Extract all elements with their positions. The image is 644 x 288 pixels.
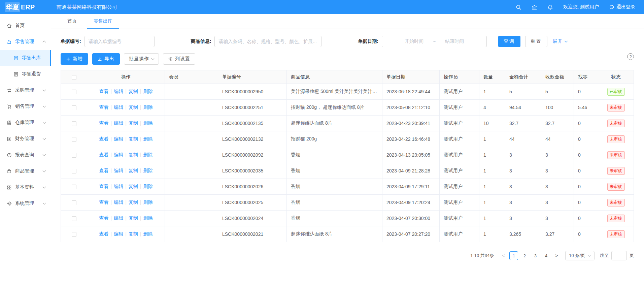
row-checkbox[interactable] (72, 216, 76, 221)
add-button[interactable]: 新增 (61, 53, 88, 65)
action-copy-link[interactable]: 复制 (129, 199, 138, 205)
action-edit-link[interactable]: 编辑 (114, 215, 123, 221)
column-settings-button[interactable]: 列设置 (163, 53, 195, 65)
action-copy-link[interactable]: 复制 (129, 136, 138, 141)
date-range-picker[interactable]: 开始时间 ~ 结束时间 (382, 36, 487, 47)
action-delete-link[interactable]: 删除 (143, 104, 152, 110)
next-page-button[interactable]: > (552, 251, 561, 260)
action-edit-link[interactable]: 编辑 (114, 231, 123, 236)
sidebar-item-purchase[interactable]: 采购管理 (0, 82, 51, 98)
row-checkbox[interactable] (72, 137, 76, 142)
batch-actions-button[interactable]: 批量操作 (124, 53, 159, 65)
action-view-link[interactable]: 查看 (99, 231, 109, 236)
action-edit-link[interactable]: 编辑 (114, 199, 123, 205)
change-cell: 0 (574, 116, 598, 131)
search-icon[interactable] (516, 4, 521, 10)
product-input[interactable] (214, 36, 321, 47)
sidebar-item-basedata[interactable]: 基本资料 (0, 179, 51, 195)
action-edit-link[interactable]: 编辑 (114, 89, 123, 94)
row-checkbox[interactable] (72, 200, 76, 205)
action-copy-link[interactable]: 复制 (129, 184, 138, 189)
page-number-4[interactable]: 4 (542, 251, 550, 260)
sidebar-item-retail[interactable]: 零售管理 (0, 34, 51, 50)
received-amount-cell: 3 (541, 163, 574, 179)
row-checkbox[interactable] (72, 121, 76, 126)
action-copy-link[interactable]: 复制 (129, 104, 138, 110)
action-copy-link[interactable]: 复制 (129, 231, 138, 236)
reset-button[interactable]: 重置 (525, 36, 547, 47)
action-view-link[interactable]: 查看 (99, 215, 109, 221)
row-checkbox[interactable] (72, 90, 76, 94)
action-edit-link[interactable]: 编辑 (114, 136, 123, 141)
row-actions-cell: 查看|编辑|复制|删除 (87, 226, 165, 242)
action-copy-link[interactable]: 复制 (129, 152, 138, 157)
row-checkbox[interactable] (72, 232, 76, 237)
action-delete-link[interactable]: 删除 (143, 89, 152, 94)
row-checkbox[interactable] (72, 185, 76, 189)
action-separator: | (140, 231, 141, 236)
sidebar-item-retail-out[interactable]: 零售出库 (0, 50, 51, 66)
row-select-cell (61, 226, 87, 242)
action-view-link[interactable]: 查看 (99, 152, 109, 157)
action-copy-link[interactable]: 复制 (129, 215, 138, 221)
help-icon[interactable]: ? (627, 53, 634, 60)
action-view-link[interactable]: 查看 (99, 184, 109, 189)
action-delete-link[interactable]: 删除 (143, 120, 152, 126)
action-delete-link[interactable]: 删除 (143, 152, 152, 157)
row-actions-cell: 查看|编辑|复制|删除 (87, 211, 165, 226)
sidebar-item-finance[interactable]: 财务管理 (0, 131, 51, 147)
action-view-link[interactable]: 查看 (99, 168, 109, 173)
sidebar-item-sales[interactable]: 销售管理 (0, 98, 51, 115)
select-all-checkbox[interactable] (72, 75, 76, 80)
page-size-select[interactable]: 10 条/页 (565, 251, 595, 260)
action-delete-link[interactable]: 删除 (143, 199, 152, 205)
sidebar-item-goods[interactable]: 商品管理 (0, 163, 51, 179)
tab-home[interactable]: 首页 (61, 14, 83, 29)
action-copy-link[interactable]: 复制 (129, 120, 138, 126)
search-button[interactable]: 查询 (498, 36, 520, 47)
prev-page-button[interactable]: < (499, 251, 507, 260)
page-number-3[interactable]: 3 (531, 251, 540, 260)
action-separator: | (111, 104, 112, 110)
action-delete-link[interactable]: 删除 (143, 168, 152, 173)
action-view-link[interactable]: 查看 (99, 89, 109, 94)
bill-no-input[interactable] (84, 36, 155, 47)
sidebar-item-system[interactable]: 系统管理 (0, 195, 51, 212)
action-edit-link[interactable]: 编辑 (114, 184, 123, 189)
action-view-link[interactable]: 查看 (99, 104, 109, 110)
sidebar-item-retail-return[interactable]: 零售退货 (0, 66, 51, 82)
page-number-2[interactable]: 2 (520, 251, 529, 260)
action-view-link[interactable]: 查看 (99, 136, 109, 141)
action-copy-link[interactable]: 复制 (129, 168, 138, 173)
action-delete-link[interactable]: 删除 (143, 215, 152, 221)
export-button[interactable]: 导出 (92, 53, 120, 65)
action-delete-link[interactable]: 删除 (143, 231, 152, 236)
action-delete-link[interactable]: 删除 (143, 184, 152, 189)
bank-icon[interactable] (532, 4, 537, 10)
row-checkbox[interactable] (72, 169, 76, 173)
jump-page-input[interactable] (611, 251, 627, 260)
status-badge: 未审核 (607, 215, 625, 222)
bell-icon[interactable] (547, 4, 553, 10)
action-view-link[interactable]: 查看 (99, 199, 109, 205)
sidebar-item-home[interactable]: 首页 (0, 18, 51, 34)
quantity-cell: 1 (479, 179, 505, 195)
row-checkbox[interactable] (72, 105, 76, 110)
sidebar-item-report[interactable]: 报表查询 (0, 147, 51, 163)
page-number-1[interactable]: 1 (509, 251, 518, 260)
row-select-cell (61, 84, 87, 100)
row-checkbox[interactable] (72, 153, 76, 158)
action-delete-link[interactable]: 删除 (143, 136, 152, 141)
sidebar-item-warehouse[interactable]: 仓库管理 (0, 115, 51, 131)
table-row: 查看|编辑|复制|删除LSCK00000002024香烟2023-04-07 2… (61, 211, 634, 226)
action-edit-link[interactable]: 编辑 (114, 152, 123, 157)
action-edit-link[interactable]: 编辑 (114, 120, 123, 126)
action-copy-link[interactable]: 复制 (129, 89, 138, 94)
sidebar-item-label: 仓库管理 (15, 120, 43, 126)
action-view-link[interactable]: 查看 (99, 120, 109, 126)
action-edit-link[interactable]: 编辑 (114, 168, 123, 173)
tab-retail-out[interactable]: 零售出库 (87, 14, 119, 29)
expand-link[interactable]: 展开 (553, 38, 567, 44)
action-edit-link[interactable]: 编辑 (114, 104, 123, 110)
logout-button[interactable]: 退出登录 (609, 4, 635, 10)
